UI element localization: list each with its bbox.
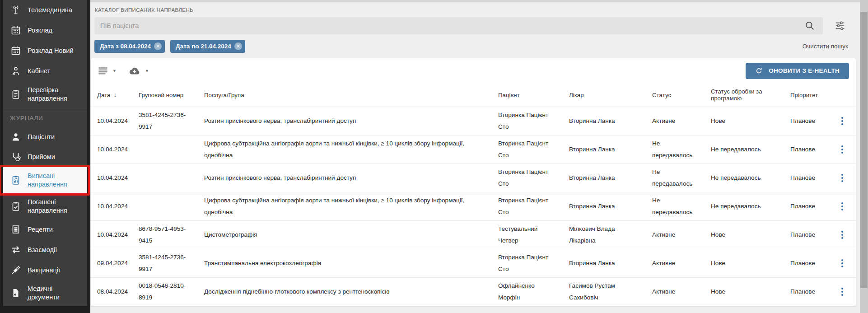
- chevron-down-icon: ▼: [145, 69, 149, 73]
- cell-priority: Планове: [790, 201, 833, 212]
- cell-patient: Вторинка Пацієнт Сто: [498, 195, 569, 218]
- filter-chip-date-from[interactable]: Дата з 08.04.2024 ✕: [94, 40, 165, 53]
- clear-search-link[interactable]: Очистити пошук: [803, 43, 848, 50]
- sidebar-item-label: Перевірка направлення: [28, 86, 82, 103]
- cell-doctor: Вторинна Ланка: [569, 144, 652, 155]
- cell-processing-status: Не передавалось: [711, 201, 790, 212]
- table-row[interactable]: 10.04.2024 Цифрова субтракційна ангіогра…: [91, 135, 856, 164]
- cell-patient: Тестувальний Четвер: [498, 223, 569, 247]
- sidebar-item-label: Взаємодії: [28, 246, 82, 254]
- cell-doctor: Вторинна Ланка: [569, 115, 652, 127]
- sidebar-item-vaccinations[interactable]: Вакцинації: [3, 260, 87, 280]
- cell-date: 10.04.2024: [97, 115, 139, 127]
- sidebar-item-issued-referrals[interactable]: Виписані направлення: [3, 167, 87, 193]
- list-view-button[interactable]: ▼: [98, 65, 117, 76]
- calendar-icon: [10, 45, 22, 56]
- list-lines-icon: [98, 65, 108, 76]
- cell-patient: Вторинка Пацієнт Сто: [498, 166, 569, 190]
- cell-status: Не передавалось: [652, 166, 711, 190]
- sidebar-item-label: Вакцинації: [28, 266, 82, 275]
- column-header-service: Послуга/Група: [204, 92, 498, 98]
- cloud-download-icon: [128, 65, 141, 77]
- sidebar-item-label: Медичні документи: [28, 285, 82, 302]
- sidebar-item-telemedicine[interactable]: Телемедицина: [3, 0, 87, 20]
- table-row[interactable]: 10.04.2024 8678-9571-4953-9415 Цистометр…: [91, 220, 856, 249]
- sidebar-item-redeemed-referrals[interactable]: Погашені направлення: [3, 193, 87, 220]
- table-body: 10.04.2024 3581-4245-2736-9917 Розтин пр…: [91, 107, 856, 306]
- row-actions-menu-button[interactable]: [840, 172, 845, 184]
- sidebar-item-cabinet[interactable]: Кабінет: [3, 61, 87, 81]
- scrollbar-thumb[interactable]: [860, 12, 868, 288]
- table-row[interactable]: 10.04.2024 Цифрова субтракційна ангіогра…: [91, 192, 856, 220]
- cell-date: 10.04.2024: [97, 229, 139, 241]
- cell-group-number: 0018-0546-2810-8919: [139, 280, 204, 304]
- row-actions-menu-button[interactable]: [840, 144, 845, 155]
- cell-processing-status: Нове: [711, 115, 790, 127]
- search-icon[interactable]: [804, 20, 816, 32]
- sidebar-item-medical-documents[interactable]: Медичні документи: [3, 280, 87, 306]
- chevron-down-icon: ▼: [112, 69, 117, 73]
- cell-status: Не передавалось: [652, 195, 711, 218]
- cell-priority: Планове: [790, 144, 833, 155]
- table-row[interactable]: 10.04.2024 Розтин присінкового нерва, тр…: [91, 164, 856, 192]
- sidebar-item-label: Прийоми: [28, 153, 82, 161]
- cell-doctor: Гасимов Рустам Сахибовіч: [569, 280, 652, 304]
- search-input[interactable]: [94, 17, 804, 34]
- search-row: [94, 17, 868, 34]
- arrows-swap-icon: [10, 244, 22, 256]
- table-header-row: Дата↓ Груповий номер Послуга/Група Паціє…: [91, 83, 856, 107]
- cell-status: Не передавалось: [652, 138, 711, 161]
- sidebar-item-referral-check[interactable]: Перевірка направлення: [3, 81, 87, 107]
- cell-priority: Планове: [790, 257, 833, 269]
- cell-patient: Вторинка Пацієнт Сто: [498, 138, 569, 161]
- referrals-table: Дата↓ Груповий номер Послуга/Група Паціє…: [91, 83, 856, 306]
- sliders-icon: [834, 19, 846, 32]
- search-bar: [94, 17, 823, 34]
- cell-service: Цифрова субтракційна ангіографія аорти т…: [204, 195, 498, 218]
- filter-chip-date-to[interactable]: Дата по 21.04.2024 ✕: [170, 40, 245, 53]
- sidebar-item-label: Рецепти: [28, 225, 82, 234]
- table-row[interactable]: 10.04.2024 3581-4245-2736-9917 Розтин пр…: [91, 107, 856, 135]
- export-download-button[interactable]: ▼: [128, 65, 149, 77]
- sidebar-menu: ТелемедицинаРозкладРозклад НовийКабінетП…: [3, 0, 87, 306]
- sidebar-item-schedule-new[interactable]: Розклад Новий: [3, 41, 87, 61]
- column-header-priority: Пріоритет: [790, 92, 833, 98]
- remove-filter-icon[interactable]: ✕: [154, 42, 162, 50]
- antenna-icon: [10, 4, 22, 16]
- update-from-ehealth-button[interactable]: ОНОВИТИ З E-HEALTH: [746, 63, 849, 79]
- sidebar-item-appointments[interactable]: Прийоми: [3, 147, 87, 167]
- cell-date: 10.04.2024: [97, 144, 139, 155]
- sidebar-item-schedule[interactable]: Розклад: [3, 20, 87, 41]
- row-actions-menu-button[interactable]: [840, 286, 845, 298]
- cell-processing-status: Не передавалось: [711, 172, 790, 184]
- cell-processing-status: Не передавалось: [711, 144, 790, 155]
- cell-date: 08.04.2024: [97, 286, 139, 298]
- refresh-icon: [755, 67, 763, 75]
- sidebar-item-interactions[interactable]: Взаємодії: [3, 240, 87, 260]
- sidebar-item-label: Погашені направлення: [28, 198, 82, 215]
- cell-status: Активне: [652, 286, 711, 298]
- sort-desc-icon: ↓: [113, 92, 117, 98]
- calendar-icon: [10, 24, 22, 36]
- remove-filter-icon[interactable]: ✕: [234, 42, 242, 50]
- update-button-label: ОНОВИТИ З E-HEALTH: [769, 67, 840, 74]
- row-actions-menu-button[interactable]: [840, 201, 845, 212]
- cell-service: Цистометрографія: [204, 229, 498, 241]
- row-actions-menu-button[interactable]: [840, 229, 845, 241]
- vertical-scrollbar[interactable]: [860, 0, 868, 313]
- filter-settings-button[interactable]: [833, 19, 847, 33]
- cell-date: 09.04.2024: [97, 257, 139, 269]
- cell-priority: Планове: [790, 286, 833, 298]
- cell-service: Дослідження піднебінно-глоткового компле…: [204, 286, 498, 298]
- table-row[interactable]: 09.04.2024 3581-4245-2736-9917 Транстимп…: [91, 249, 856, 277]
- cell-doctor: Вторинна Ланка: [569, 257, 652, 269]
- column-header-date[interactable]: Дата↓: [97, 92, 139, 98]
- sidebar-item-patients[interactable]: Пацієнти: [3, 126, 87, 147]
- row-actions-menu-button[interactable]: [840, 257, 845, 269]
- clipboard-lines-icon: [10, 89, 22, 100]
- cell-group-number: 8678-9571-4953-9415: [139, 223, 204, 247]
- table-row[interactable]: 08.04.2024 0018-0546-2810-8919 Досліджен…: [91, 277, 856, 306]
- sidebar-item-prescriptions[interactable]: Рецепти: [3, 220, 87, 240]
- column-header-status: Статус: [652, 92, 711, 98]
- row-actions-menu-button[interactable]: [840, 115, 845, 127]
